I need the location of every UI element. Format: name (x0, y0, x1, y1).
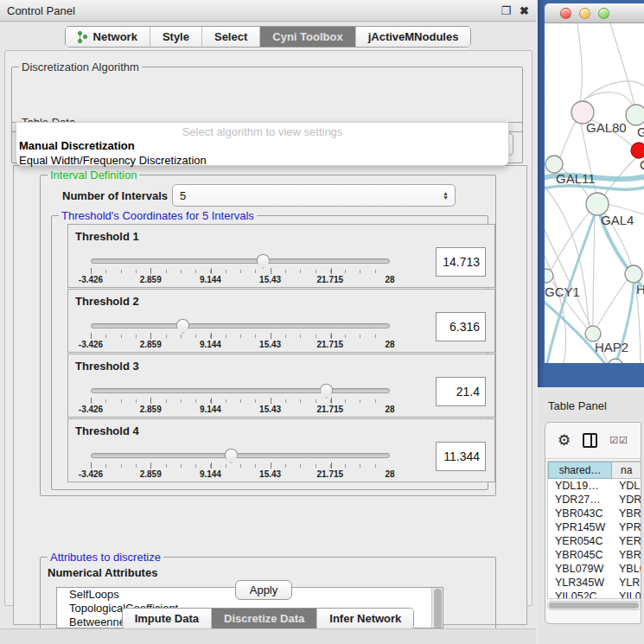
slider-major-ticks (91, 333, 391, 339)
table-row[interactable]: YDR27…YDR2 (548, 493, 641, 507)
tab-cyni-toolbox[interactable]: Cyni Toolbox (260, 27, 355, 47)
discretization-algorithm-group-title: Discretization Algorithm (19, 61, 142, 73)
slider-tick-labels: -3.4262.8599.14415.4321.71528 (91, 405, 390, 415)
gear-icon[interactable]: ⚙ (558, 433, 571, 448)
table-header-row: shared… na (548, 462, 641, 479)
slider-track[interactable] (91, 323, 390, 328)
slider-major-ticks (91, 462, 391, 469)
algorithm-dropdown-popup: Select algorithm to view settings Manual… (16, 122, 509, 166)
tab-discretize-data[interactable]: Discretize Data (212, 609, 317, 628)
close-panel-icon[interactable]: ✖ (520, 4, 529, 17)
slider-track[interactable] (91, 258, 390, 264)
table-row[interactable]: YPR145WYPR1 (548, 520, 641, 534)
slider-thumb[interactable] (225, 449, 238, 463)
slider-tick-labels: -3.4262.8599.14415.4321.71528 (91, 275, 390, 285)
table-panel: Table Panel ⚙ ☑☑ shared… na YDL19…YDL1 Y… (538, 391, 644, 644)
threshold-2-value-field[interactable] (436, 312, 486, 341)
node-ga[interactable] (626, 105, 644, 125)
node-h[interactable] (625, 265, 642, 283)
bottom-tab-bar: Impute Data Discretize Data Infer Networ… (0, 608, 536, 629)
node-label: HAP2 (595, 340, 628, 354)
node-label: GAL4 (601, 213, 634, 227)
table-row[interactable]: YIL052CYIL0 (548, 590, 641, 599)
node-gal11[interactable] (545, 156, 563, 173)
slider-major-ticks (91, 268, 391, 274)
column-header-shared-name[interactable]: shared… (548, 462, 612, 479)
attributes-group-title: Attributes to discretize (48, 551, 163, 564)
table-row[interactable]: YBR043CYBR0 (548, 507, 641, 520)
interval-definition-group: Interval Definition Number of Intervals … (40, 175, 496, 496)
threshold-4-label: Threshold 4 (75, 424, 139, 437)
table-row[interactable]: YER054CYER0 (548, 534, 641, 548)
cyni-main-panel: Discretization Algorithm ▲▼ Select algor… (4, 50, 532, 606)
tab-network[interactable]: Network (66, 27, 150, 47)
table-row[interactable]: YBL079WYBL0 (548, 562, 641, 576)
table-row[interactable]: YLR345WYLR3 (548, 576, 641, 590)
threshold-3-row: Threshold 3 -3.4262.8599.14415.4321.7152… (67, 354, 495, 418)
dropdown-placeholder: Select algorithm to view settings (16, 123, 508, 138)
tab-jactivemnodules[interactable]: jActiveMNodules (356, 27, 471, 47)
threshold-coordinates-title: Threshold's Coordinates for 5 Intervals (59, 209, 257, 222)
table-panel-card: ⚙ ☑☑ shared… na YDL19…YDL1 YDR27…YDR2 YB… (545, 422, 641, 624)
network-window-titlebar[interactable] (545, 3, 644, 23)
top-tab-bar: Network Style Select Cyni Toolbox jActiv… (0, 26, 536, 48)
threshold-2-slider[interactable]: -3.4262.8599.14415.4321.71528 (91, 319, 390, 350)
node-label: GAL11 (556, 171, 596, 186)
threshold-1-label: Threshold 1 (75, 230, 139, 243)
node-label: GCY1 (545, 284, 580, 299)
node-label: H (636, 282, 644, 296)
number-of-intervals-label: Number of Intervals (62, 189, 168, 202)
numerical-attributes-label: Numerical Attributes (48, 566, 157, 579)
threshold-3-label: Threshold 3 (75, 360, 139, 373)
threshold-1-value-field[interactable] (436, 247, 486, 277)
threshold-3-value-field[interactable] (436, 377, 486, 406)
slider-thumb[interactable] (320, 384, 333, 399)
tab-infer-network[interactable]: Infer Network (317, 609, 413, 628)
number-of-intervals-combobox[interactable]: 5 ▲▼ (172, 184, 456, 207)
slider-thumb[interactable] (176, 319, 189, 334)
threshold-coordinates-group: Threshold's Coordinates for 5 Intervals … (51, 215, 488, 490)
network-canvas[interactable]: GAL80 GA C GAL11 GAL4 GCY1 H HAP2 (545, 23, 644, 363)
column-header-name[interactable]: na (612, 462, 641, 479)
threshold-4-value-field[interactable] (436, 442, 486, 471)
slider-tick-labels: -3.4262.8599.14415.4321.71528 (91, 340, 390, 350)
node-bottom-partial[interactable] (608, 359, 623, 363)
columns-icon[interactable] (583, 433, 597, 448)
slider-major-ticks (91, 398, 391, 404)
zoom-traffic-light-icon[interactable] (598, 8, 609, 19)
threshold-1-row: Threshold 1 -3.4262.8599.14415.4321.7152… (67, 224, 495, 288)
float-window-icon[interactable]: ❐ (501, 4, 511, 17)
tab-impute-data[interactable]: Impute Data (123, 609, 212, 628)
minimize-traffic-light-icon[interactable] (579, 8, 590, 19)
table-row[interactable]: YBR045CYBR0 (548, 548, 641, 562)
table-toolbar: ⚙ ☑☑ (545, 423, 641, 459)
close-traffic-light-icon[interactable] (560, 8, 571, 19)
dropdown-option-manual[interactable]: Manual Discretization (16, 138, 508, 153)
node-label: C (640, 157, 644, 172)
slider-track[interactable] (91, 388, 390, 393)
threshold-1-slider[interactable]: -3.4262.8599.14415.4321.71528 (91, 254, 390, 285)
threshold-2-label: Threshold 2 (75, 295, 139, 308)
dropdown-option-equal-width[interactable]: Equal Width/Frequency Discretization (16, 153, 508, 168)
slider-track[interactable] (91, 453, 390, 458)
table-row[interactable]: YDL19…YDL1 (548, 479, 641, 493)
combobox-stepper-icon: ▲▼ (443, 191, 449, 200)
node-gcy1[interactable] (545, 269, 553, 283)
node-table: shared… na YDL19…YDL1 YDR27…YDR2 YBR043C… (547, 461, 641, 599)
network-view-window: GAL80 GA C GAL11 GAL4 GCY1 H HAP2 (538, 0, 644, 387)
bottom-strip (0, 628, 536, 644)
threshold-4-slider[interactable]: -3.4262.8599.14421.71515.4328 (91, 449, 390, 480)
checkbox-icons[interactable]: ☑☑ (609, 435, 628, 446)
slider-tick-labels: -3.4262.8599.14421.71515.4328 (91, 469, 390, 480)
window-frame-edge (538, 0, 545, 387)
table-horizontal-scrollbar[interactable] (547, 601, 641, 610)
control-panel-titlebar: Control Panel ❐ ✖ (0, 0, 536, 22)
tab-select[interactable]: Select (202, 27, 260, 47)
tab-style[interactable]: Style (150, 27, 202, 47)
threshold-3-slider[interactable]: -3.4262.8599.14415.4321.71528 (91, 384, 390, 415)
panel-title: Control Panel (7, 4, 75, 17)
slider-thumb[interactable] (257, 254, 270, 269)
node-label: GAL80 (586, 120, 627, 135)
node-red-selected[interactable] (631, 143, 644, 158)
apply-button[interactable]: Apply (235, 580, 292, 600)
